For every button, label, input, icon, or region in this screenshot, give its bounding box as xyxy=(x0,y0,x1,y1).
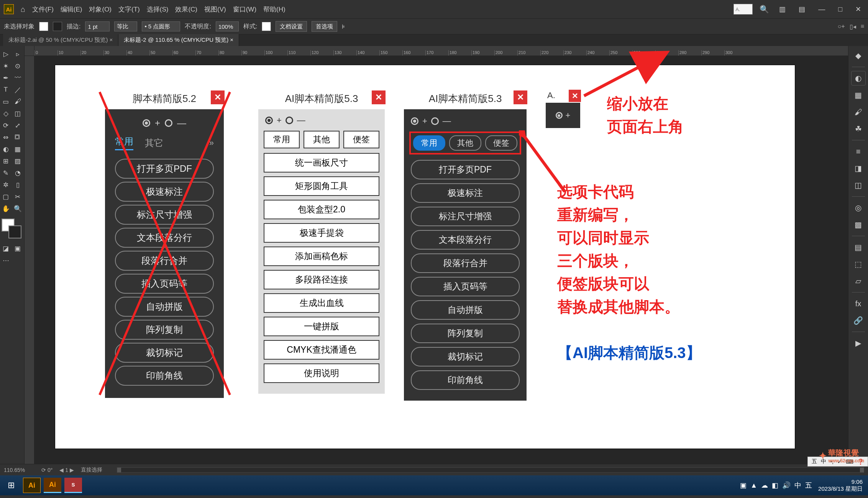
style-swatch[interactable] xyxy=(262,22,271,31)
radio-off-icon[interactable] xyxy=(165,119,172,127)
script-button[interactable]: 文本段落分行 xyxy=(411,230,520,250)
script-button[interactable]: 插入页码等 xyxy=(115,274,214,294)
curvature-tool-icon[interactable]: 〰 xyxy=(12,72,23,84)
taskbar-app-illustrator[interactable]: Ai xyxy=(44,478,61,493)
panel-tab-common[interactable]: 常用 xyxy=(115,135,133,150)
corner-input[interactable] xyxy=(142,21,180,31)
script-button[interactable]: 段落行合并 xyxy=(411,253,520,273)
ime-indicator[interactable]: 五 xyxy=(805,481,812,490)
brushes-panel-icon[interactable]: 🖌 xyxy=(851,105,866,119)
menu-window[interactable]: 窗口(W) xyxy=(233,5,256,14)
edit-toolbar-icon[interactable]: ⋯ xyxy=(0,255,11,266)
search-icon[interactable]: 🔍 xyxy=(760,5,769,14)
column-graph-tool-icon[interactable]: ▯ xyxy=(12,179,23,191)
top-search-input[interactable] xyxy=(733,4,753,15)
menu-effect[interactable]: 效果(C) xyxy=(175,5,197,14)
radio-on-icon[interactable] xyxy=(411,117,418,125)
panel-close-button[interactable]: ✕ xyxy=(514,90,527,104)
radio-on-icon[interactable] xyxy=(143,119,150,127)
pen-tool-icon[interactable]: ✒ xyxy=(0,72,11,84)
script-button[interactable]: 统一画板尺寸 xyxy=(264,153,379,173)
color-panel-icon[interactable]: ◐ xyxy=(851,71,866,85)
script-button[interactable]: 生成出血线 xyxy=(264,293,379,313)
script-button[interactable]: 段落行合并 xyxy=(115,251,214,271)
tray-icon[interactable]: ▲ xyxy=(750,482,757,490)
tab-close-icon[interactable]: × xyxy=(110,36,113,43)
shaper-tool-icon[interactable]: ◇ xyxy=(0,108,11,119)
zoom-level[interactable]: 110.65% xyxy=(4,467,34,473)
radio-on-icon[interactable] xyxy=(265,117,273,124)
script-button[interactable]: 包装盒型2.0 xyxy=(264,200,379,219)
script-button[interactable]: 插入页码等 xyxy=(411,277,520,296)
script-button[interactable]: 印前角线 xyxy=(115,366,214,386)
arrange-icon[interactable]: ▤ xyxy=(796,5,808,13)
rectangle-tool-icon[interactable]: ▭ xyxy=(0,96,11,107)
canvas[interactable]: 0102030405060708090100110120130140150160… xyxy=(25,46,848,464)
script-button[interactable]: 极速手提袋 xyxy=(264,223,379,243)
eraser-tool-icon[interactable]: ◫ xyxy=(12,108,23,119)
panel-tab-note[interactable]: 便签 xyxy=(485,135,517,151)
eyedropper-tool-icon[interactable]: ✎ xyxy=(0,167,11,179)
panel-tab-other[interactable]: 其它 xyxy=(145,137,163,149)
tray-icon[interactable]: ▣ xyxy=(740,481,747,490)
script-button[interactable]: 多段路径连接 xyxy=(264,270,379,289)
shape-builder-tool-icon[interactable]: ◐ xyxy=(0,143,11,155)
script-button[interactable]: 阵列复制 xyxy=(411,324,520,343)
taskbar-app-illustrator[interactable]: Ai xyxy=(23,478,41,493)
slice-tool-icon[interactable]: ✂ xyxy=(12,191,23,202)
radio-on-icon[interactable] xyxy=(556,112,563,119)
script-button[interactable]: 添加画稿色标 xyxy=(264,247,379,266)
document-tab[interactable]: 未标题-2 @ 110.65 % (CMYK/CPU 预览) × xyxy=(118,34,239,46)
script-button[interactable]: 阵列复制 xyxy=(115,320,214,340)
panel-toggle-icon[interactable]: ○+ xyxy=(838,23,845,30)
document-tab[interactable]: 未标题-2.ai @ 50 % (CMYK/CPU 预览) × xyxy=(3,34,118,46)
panel-close-button[interactable]: ✕ xyxy=(372,90,386,104)
minimize-button[interactable]: — xyxy=(815,5,828,13)
tray-icon[interactable]: ☁ xyxy=(761,481,768,490)
script-button[interactable]: 一键拼版 xyxy=(264,317,379,336)
free-transform-tool-icon[interactable]: ⛋ xyxy=(12,131,23,143)
script-button[interactable]: 自动拼版 xyxy=(115,297,214,317)
system-tray[interactable]: ▣ ▲ ☁ ◧ 🔊 中 五 xyxy=(740,481,812,490)
lasso-tool-icon[interactable]: ⊙ xyxy=(12,60,23,72)
symbol-sprayer-tool-icon[interactable]: ✲ xyxy=(0,179,11,191)
radio-off-icon[interactable] xyxy=(286,117,293,124)
ruler-origin[interactable] xyxy=(25,46,34,56)
menu-object[interactable]: 对象(O) xyxy=(89,5,112,14)
rotate-view-icon[interactable]: ⟳ 0° xyxy=(41,467,53,473)
horizontal-scrollbar[interactable] xyxy=(117,467,864,473)
menu-edit[interactable]: 编辑(E) xyxy=(61,5,82,14)
script-button[interactable]: 打开多页PDF xyxy=(411,160,520,179)
layers-panel-icon[interactable]: ▤ xyxy=(851,240,866,255)
panel-collapse-icon[interactable]: ▯◂ xyxy=(850,23,856,30)
script-button[interactable]: 极速标注 xyxy=(115,182,214,202)
script-button[interactable]: 标注尺寸增强 xyxy=(411,207,520,226)
paintbrush-tool-icon[interactable]: 🖌 xyxy=(12,96,23,107)
panel-close-button[interactable]: ✕ xyxy=(569,90,581,102)
radio-off-icon[interactable] xyxy=(431,117,439,125)
artboards-panel-icon[interactable]: ▱ xyxy=(851,274,866,288)
taskbar-app[interactable]: S xyxy=(64,478,82,493)
layout-icon[interactable]: ▥ xyxy=(776,5,789,13)
properties-panel-icon[interactable]: ◆ xyxy=(851,48,866,63)
script-button[interactable]: 印前角线 xyxy=(411,370,520,390)
script-button[interactable]: 标注尺寸增强 xyxy=(115,205,214,225)
script-button[interactable]: 自动拼版 xyxy=(411,300,520,320)
tab-close-icon[interactable]: × xyxy=(230,36,233,43)
magic-wand-tool-icon[interactable]: ✶ xyxy=(0,60,11,72)
direct-selection-tool-icon[interactable]: ▹ xyxy=(12,48,23,60)
gradient-panel-icon[interactable]: ◨ xyxy=(851,161,866,176)
color-mode-icon[interactable]: ◪ xyxy=(0,243,11,254)
maximize-button[interactable]: □ xyxy=(835,5,845,13)
width-tool-icon[interactable]: ⇔ xyxy=(0,131,11,143)
rotate-tool-icon[interactable]: ⟳ xyxy=(0,120,11,131)
script-button[interactable]: 裁切标记 xyxy=(115,343,214,363)
panel-tab-other[interactable]: 其他 xyxy=(449,135,481,151)
menu-file[interactable]: 文件(F) xyxy=(32,5,54,14)
line-tool-icon[interactable]: ／ xyxy=(12,84,23,95)
appearance-panel-icon[interactable]: ◎ xyxy=(851,201,866,215)
doc-setup-button[interactable]: 文档设置 xyxy=(276,21,307,32)
script-button[interactable]: 打开多页PDF xyxy=(115,159,214,179)
ime-indicator[interactable]: 中 xyxy=(794,481,801,490)
type-tool-icon[interactable]: T xyxy=(0,84,11,95)
